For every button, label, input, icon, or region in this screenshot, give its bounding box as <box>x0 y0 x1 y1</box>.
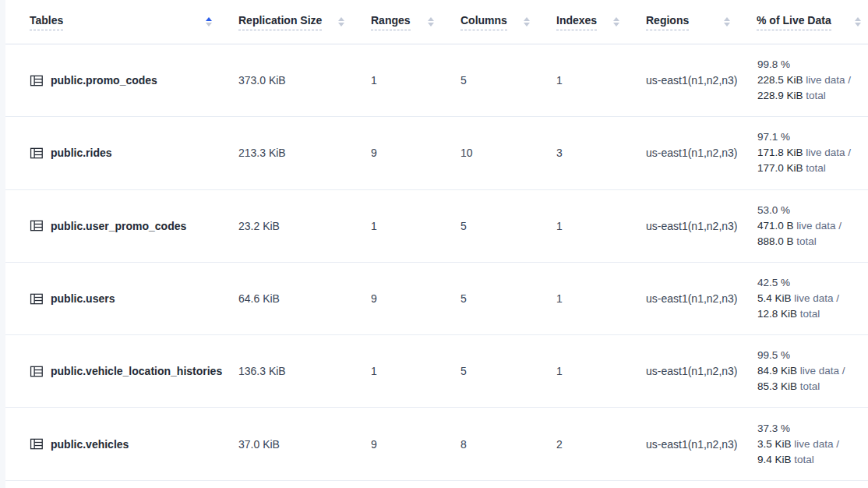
total-data-size: 85.3 KiB <box>757 380 797 392</box>
total-data-line: 888.0 B total <box>757 234 868 249</box>
columns-cell: 5 <box>456 365 552 377</box>
total-data-line: 9.4 KiB total <box>757 452 868 468</box>
table-name-cell: public.user_promo_codes <box>5 219 234 232</box>
table-header-row: Tables Replication Size Ranges Columns I… <box>5 0 868 44</box>
replication-size-cell: 136.3 KiB <box>234 365 366 377</box>
live-data-percent: 42.5 % <box>757 275 868 291</box>
live-data-percent: 99.8 % <box>757 57 868 72</box>
regions-cell: us-east1(n1,n2,n3) <box>641 365 752 377</box>
live-data-size: 171.8 KiB <box>757 147 803 158</box>
regions-cell: us-east1(n1,n2,n3) <box>641 220 752 232</box>
replication-size-cell: 23.2 KiB <box>234 220 366 232</box>
ranges-cell: 9 <box>366 438 456 451</box>
column-header-ranges[interactable]: Ranges <box>366 0 456 44</box>
live-data-suffix: live data / <box>806 74 851 86</box>
live-data-size: 3.5 KiB <box>757 438 792 450</box>
sort-caret-icon <box>724 17 730 27</box>
total-data-size: 888.0 B <box>757 235 794 247</box>
table-name-cell: public.rides <box>5 147 234 160</box>
live-data-line: 228.5 KiB live data / <box>757 72 868 88</box>
total-data-size: 12.8 KiB <box>757 308 797 320</box>
table-name: public.vehicle_location_histories <box>51 365 222 377</box>
total-data-size: 228.9 KiB <box>757 90 803 101</box>
column-header-label: Indexes <box>556 14 597 30</box>
total-data-size: 177.0 KiB <box>757 162 803 174</box>
table-name: public.vehicles <box>51 438 129 451</box>
column-header-tables[interactable]: Tables <box>5 0 234 44</box>
replication-size-cell: 373.0 KiB <box>234 74 366 87</box>
live-data-line: 471.0 B live data / <box>757 218 868 234</box>
live-data-cell: 99.5 % 84.9 KiB live data / 85.3 KiB tot… <box>752 348 868 394</box>
table-name-cell: public.users <box>5 292 234 306</box>
table-grid-icon <box>30 292 44 306</box>
live-data-size: 471.0 B <box>757 220 794 232</box>
column-header-indexes[interactable]: Indexes <box>552 0 641 44</box>
columns-cell: 8 <box>456 438 552 451</box>
live-data-cell: 99.8 % 228.5 KiB live data / 228.9 KiB t… <box>752 57 868 104</box>
ranges-cell: 9 <box>366 147 456 159</box>
indexes-cell: 3 <box>552 147 641 159</box>
columns-cell: 10 <box>456 147 552 159</box>
total-data-line: 177.0 KiB total <box>757 161 868 176</box>
total-data-size: 9.4 KiB <box>757 454 792 465</box>
regions-cell: us-east1(n1,n2,n3) <box>641 438 752 451</box>
live-data-cell: 97.1 % 171.8 KiB live data / 177.0 KiB t… <box>752 129 868 176</box>
column-header-live-data[interactable]: % of Live Data <box>752 0 868 44</box>
table-body: public.promo_codes 373.0 KiB 1 5 1 us-ea… <box>5 44 868 481</box>
replication-size-cell: 213.3 KiB <box>234 147 366 159</box>
sort-caret-icon <box>524 17 530 27</box>
table-row[interactable]: public.vehicle_location_histories 136.3 … <box>5 335 868 408</box>
live-data-line: 3.5 KiB live data / <box>757 437 868 452</box>
column-header-columns[interactable]: Columns <box>456 0 552 44</box>
indexes-cell: 1 <box>552 74 641 87</box>
regions-cell: us-east1(n1,n2,n3) <box>641 147 752 159</box>
live-data-line: 84.9 KiB live data / <box>757 363 868 379</box>
replication-size-cell: 37.0 KiB <box>234 438 366 451</box>
total-data-suffix: total <box>794 454 814 465</box>
total-data-line: 228.9 KiB total <box>757 88 868 104</box>
table-name: public.promo_codes <box>51 74 157 87</box>
column-header-label: % of Live Data <box>757 14 831 30</box>
live-data-suffix: live data / <box>800 365 845 377</box>
column-header-label: Tables <box>30 14 63 30</box>
indexes-cell: 2 <box>552 438 641 451</box>
live-data-line: 5.4 KiB live data / <box>757 291 868 306</box>
live-data-suffix: live data / <box>806 147 851 158</box>
live-data-percent: 97.1 % <box>757 129 868 145</box>
table-row[interactable]: public.rides 213.3 KiB 9 10 3 us-east1(n… <box>5 117 868 189</box>
live-data-size: 5.4 KiB <box>757 292 792 304</box>
live-data-suffix: live data / <box>796 220 842 232</box>
table-name: public.user_promo_codes <box>51 220 186 232</box>
total-data-suffix: total <box>806 90 826 101</box>
sort-caret-icon <box>855 17 861 27</box>
indexes-cell: 1 <box>552 365 641 377</box>
regions-cell: us-east1(n1,n2,n3) <box>641 74 752 87</box>
live-data-line: 171.8 KiB live data / <box>757 145 868 161</box>
column-header-label: Ranges <box>371 14 411 30</box>
table-name: public.rides <box>51 147 112 159</box>
table-name-cell: public.promo_codes <box>5 74 234 87</box>
replication-size-cell: 64.6 KiB <box>234 292 366 305</box>
table-name-cell: public.vehicles <box>5 437 234 451</box>
table-grid-icon <box>30 365 44 378</box>
table-row[interactable]: public.users 64.6 KiB 9 5 1 us-east1(n1,… <box>5 263 868 335</box>
column-header-replication-size[interactable]: Replication Size <box>234 0 366 44</box>
table-row[interactable]: public.promo_codes 373.0 KiB 1 5 1 us-ea… <box>5 44 868 117</box>
total-data-line: 85.3 KiB total <box>757 379 868 394</box>
live-data-suffix: live data / <box>794 438 839 450</box>
live-data-suffix: live data / <box>794 292 839 304</box>
indexes-cell: 1 <box>552 220 641 232</box>
total-data-suffix: total <box>800 380 820 392</box>
column-header-label: Replication Size <box>238 14 322 30</box>
table-row[interactable]: public.user_promo_codes 23.2 KiB 1 5 1 u… <box>5 190 868 263</box>
table-row[interactable]: public.vehicles 37.0 KiB 9 8 2 us-east1(… <box>5 408 868 480</box>
sort-caret-icon <box>338 17 344 27</box>
regions-cell: us-east1(n1,n2,n3) <box>641 292 752 305</box>
ranges-cell: 1 <box>366 365 456 377</box>
indexes-cell: 1 <box>552 292 641 305</box>
total-data-suffix: total <box>806 162 826 174</box>
column-header-regions[interactable]: Regions <box>641 0 752 44</box>
column-header-label: Columns <box>460 14 507 30</box>
total-data-line: 12.8 KiB total <box>757 306 868 322</box>
live-data-size: 228.5 KiB <box>757 74 803 86</box>
